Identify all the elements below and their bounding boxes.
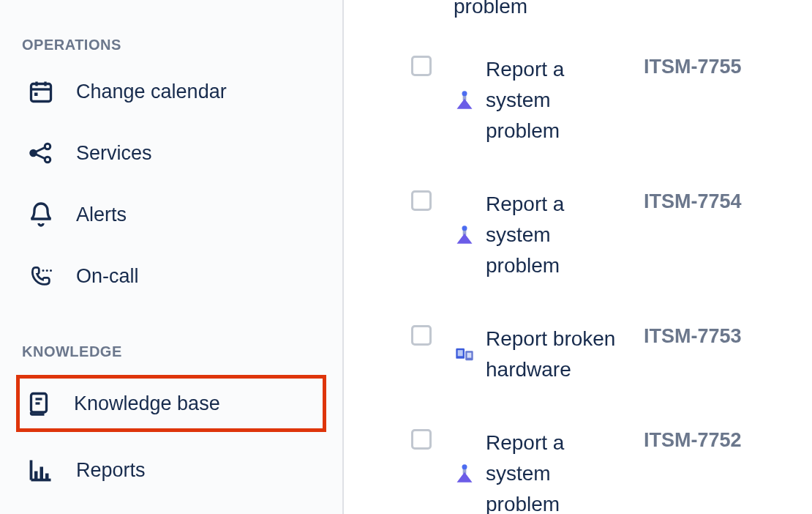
svg-rect-30 [467,353,472,358]
issue-list: problem Report a system prob [366,0,790,514]
svg-rect-4 [34,93,38,97]
sidebar-item-services[interactable]: Services [22,130,320,176]
section-header-operations: OPERATIONS [22,37,320,53]
svg-marker-23 [457,99,473,109]
svg-point-5 [45,144,50,149]
bar-chart-icon [28,457,54,483]
list-row[interactable]: problem [366,0,790,40]
svg-point-11 [46,269,48,272]
svg-point-10 [42,269,45,272]
services-icon [28,140,54,166]
issue-key: ITSM-7754 [644,189,790,213]
svg-point-25 [462,226,467,231]
issue-summary: Report broken hardware [486,324,622,385]
svg-point-6 [45,157,50,163]
svg-point-12 [50,269,52,272]
system-problem-icon [454,463,475,485]
issue-key: ITSM-7753 [644,324,790,348]
svg-line-8 [36,148,45,152]
issue-summary: Report a system problem [486,189,622,281]
row-checkbox[interactable] [411,325,432,346]
nav-label: Change calendar [76,81,227,103]
issue-key: ITSM-7752 [644,428,790,452]
system-problem-icon [454,89,475,111]
svg-rect-18 [34,472,38,480]
svg-rect-20 [45,474,49,480]
sidebar-item-change-calendar[interactable]: Change calendar [22,68,320,115]
system-problem-icon [454,224,475,246]
issue-summary: Report a system problem [486,428,622,514]
svg-point-32 [462,464,467,469]
hardware-icon [454,343,475,365]
sidebar-item-alerts[interactable]: Alerts [22,191,320,238]
sidebar-item-on-call[interactable]: On-call [22,253,320,299]
bell-icon [28,201,54,228]
nav-label: Reports [76,459,146,482]
issue-summary: problem [454,0,622,22]
list-row[interactable]: Report a system problem ITSM-7754 [366,174,790,309]
calendar-icon [28,78,54,105]
svg-point-22 [462,91,467,96]
sidebar-item-reports[interactable]: Reports [22,447,320,493]
row-checkbox[interactable] [411,429,432,450]
svg-line-9 [36,154,45,159]
row-checkbox[interactable] [411,190,432,211]
svg-rect-19 [40,467,44,480]
list-row[interactable]: Report a system problem ITSM-7755 [366,40,790,174]
svg-rect-0 [31,84,51,102]
section-header-knowledge: KNOWLEDGE [22,343,320,360]
nav-label: Knowledge base [74,392,220,415]
nav-label: Services [76,142,152,165]
issue-key: ITSM-7755 [644,54,790,78]
sidebar: OPERATIONS Change calendar Services [0,0,344,514]
sidebar-item-knowledge-base[interactable]: Knowledge base [16,375,326,432]
main-content: problem Report a system prob [344,0,812,514]
book-icon [26,390,52,417]
nav-label: On-call [76,265,139,288]
issue-summary: Report a system problem [486,54,622,146]
phone-icon [28,263,54,289]
list-row[interactable]: Report a system problem ITSM-7752 [366,413,790,514]
row-checkbox[interactable] [411,56,432,76]
nav-label: Alerts [76,204,127,226]
svg-marker-33 [457,472,473,483]
list-row[interactable]: Report broken hardware ITSM-7753 [366,309,790,413]
svg-marker-26 [457,234,473,244]
svg-rect-28 [458,350,463,356]
